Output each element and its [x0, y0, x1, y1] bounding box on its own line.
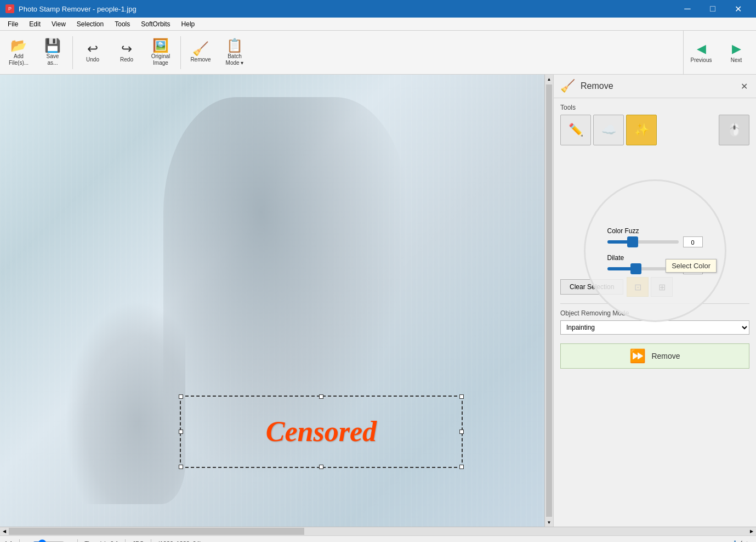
handle-bottom-left[interactable]	[179, 465, 183, 469]
tools-section-label: Tools	[560, 104, 749, 111]
menu-file[interactable]: File	[2, 19, 24, 29]
handle-bottom-right[interactable]	[459, 465, 464, 469]
tools-row: ✏️ ☁️ ✨ 🖱️	[560, 115, 749, 145]
toolbox-title: Remove	[581, 81, 613, 91]
status-right: ℹ f ▶	[734, 539, 752, 543]
image-container: Censored	[0, 75, 544, 527]
scroll-up-arrow[interactable]: ▲	[545, 75, 553, 83]
batch-mode-label: BatchMode ▾	[226, 53, 244, 66]
maximize-button[interactable]: □	[700, 0, 725, 18]
handle-middle-right[interactable]	[459, 430, 464, 434]
menu-softorbits[interactable]: SoftOrbits	[135, 19, 175, 29]
add-files-icon: 📂	[10, 39, 27, 52]
dimensions-label: (1920x1280x24)	[158, 540, 202, 543]
undo-button[interactable]: ↩ Undo	[76, 34, 109, 71]
remove-icon: 🧹	[192, 42, 209, 55]
menu-edit[interactable]: Edit	[24, 19, 46, 29]
minimize-button[interactable]: ─	[675, 0, 700, 18]
tool-pencil-button[interactable]: ✏️	[560, 115, 591, 145]
handle-top-left[interactable]	[179, 394, 183, 399]
redo-label: Redo	[120, 57, 133, 63]
status-sep-3	[125, 539, 126, 543]
toolbar-separator-1	[72, 36, 73, 69]
format-label: JPG	[132, 540, 144, 543]
redo-button[interactable]: ↪ Redo	[110, 34, 143, 71]
canvas-area[interactable]: Censored ▲ ▼	[0, 75, 553, 527]
menu-tools[interactable]: Tools	[109, 19, 135, 29]
color-fuzz-control: 0	[607, 236, 703, 247]
zoom-plus-icon[interactable]: +	[67, 540, 71, 543]
menu-bar: File Edit View Selection Tools SoftOrbit…	[0, 18, 756, 31]
scroll-thumb[interactable]	[546, 84, 552, 517]
close-button[interactable]: ✕	[725, 0, 751, 18]
color-fuzz-fill	[607, 240, 629, 244]
select-color-label: Select Color	[672, 262, 710, 270]
zoom-slider[interactable]	[32, 539, 65, 543]
mode-select[interactable]: Inpainting Background Fill Smart Fill	[560, 320, 749, 335]
save-as-label: Saveas...	[47, 53, 59, 66]
batch-mode-button[interactable]: 📋 BatchMode ▾	[218, 34, 251, 71]
dilate-fill	[607, 267, 633, 270]
remove-button[interactable]: 🧹 Remove	[184, 34, 217, 71]
scroll-right-arrow[interactable]: ▶	[747, 527, 756, 535]
color-fuzz-label-row: Color Fuzz	[607, 227, 703, 235]
hscroll-thumb[interactable]	[9, 528, 304, 535]
horizontal-scrollbar[interactable]: ◀ ▶	[0, 527, 756, 535]
next-icon: ▶	[732, 42, 741, 56]
dilate-label: Dilate	[607, 254, 624, 262]
time-display: Time (s): 0.1	[84, 540, 118, 543]
toolbox-close-button[interactable]: ✕	[738, 81, 749, 92]
dilate-thumb[interactable]	[630, 263, 641, 274]
next-button[interactable]: ▶ Next	[719, 34, 754, 71]
batch-mode-icon: 📋	[226, 39, 243, 52]
toolbox-title-row: 🧹 Remove	[560, 79, 613, 93]
menu-help[interactable]: Help	[176, 19, 201, 29]
select-color-tooltip: Select Color	[666, 259, 717, 273]
social-icon-1[interactable]: f	[741, 540, 742, 543]
app-icon: P	[5, 4, 14, 13]
color-fuzz-track[interactable]	[607, 240, 679, 244]
handle-top-middle[interactable]	[319, 394, 323, 399]
magnifier-inner: Color Fuzz 0	[586, 181, 725, 320]
tool-stamp-button[interactable]: 🖱️	[719, 115, 749, 145]
previous-button[interactable]: ◀ Previous	[684, 34, 719, 71]
toolbar: 📂 AddFile(s)... 💾 Saveas... ↩ Undo ↪ Red…	[0, 31, 756, 75]
info-icon[interactable]: ℹ	[734, 539, 736, 543]
original-image-label: OriginalImage	[151, 53, 170, 66]
remove-button-label: Remove	[651, 352, 680, 360]
toolbox-icon: 🧹	[560, 79, 575, 93]
color-fuzz-value[interactable]: 0	[683, 236, 703, 247]
nav-buttons: ◀ Previous ▶ Next	[683, 31, 754, 74]
toolbox-panel: 🧹 Remove ✕ Tools ✏️ ☁️ ✨ 🖱️	[553, 75, 756, 527]
menu-view[interactable]: View	[46, 19, 71, 29]
original-image-button[interactable]: 🖼️ OriginalImage	[144, 34, 177, 71]
toolbox-header: 🧹 Remove ✕	[554, 75, 756, 98]
scroll-down-arrow[interactable]: ▼	[545, 518, 553, 527]
handle-bottom-middle[interactable]	[319, 465, 323, 469]
color-fuzz-inside: Color Fuzz 0	[596, 227, 714, 247]
color-fuzz-thumb[interactable]	[627, 236, 638, 247]
time-label: Time (s):	[84, 540, 108, 543]
social-icon-2[interactable]: ▶	[747, 540, 752, 543]
handle-middle-left[interactable]	[179, 430, 183, 434]
add-files-label: AddFile(s)...	[9, 53, 29, 66]
toolbox-content: Tools ✏️ ☁️ ✨ 🖱️ Color Fuzz	[554, 98, 756, 527]
tool-magic-button[interactable]: ✨	[626, 115, 657, 145]
status-sep-2	[77, 539, 78, 543]
menu-selection[interactable]: Selection	[71, 19, 109, 29]
remove-action-button[interactable]: ⏩ Remove	[560, 343, 749, 369]
scroll-left-arrow[interactable]: ◀	[0, 527, 9, 535]
vertical-scrollbar[interactable]: ▲ ▼	[544, 75, 553, 527]
title-bar-controls: ─ □ ✕	[675, 0, 751, 18]
zoom-minus-icon[interactable]: −	[26, 540, 30, 543]
add-files-button[interactable]: 📂 AddFile(s)...	[2, 34, 35, 71]
hscroll-track[interactable]	[9, 527, 747, 535]
handle-top-right[interactable]	[459, 394, 464, 399]
censored-selection-box[interactable]: Censored	[180, 396, 463, 468]
previous-label: Previous	[691, 57, 712, 63]
previous-icon: ◀	[697, 42, 706, 56]
format-display: JPG	[132, 540, 144, 543]
color-fuzz-label: Color Fuzz	[607, 227, 639, 235]
save-as-button[interactable]: 💾 Saveas...	[36, 34, 69, 71]
tool-brush-button[interactable]: ☁️	[593, 115, 624, 145]
